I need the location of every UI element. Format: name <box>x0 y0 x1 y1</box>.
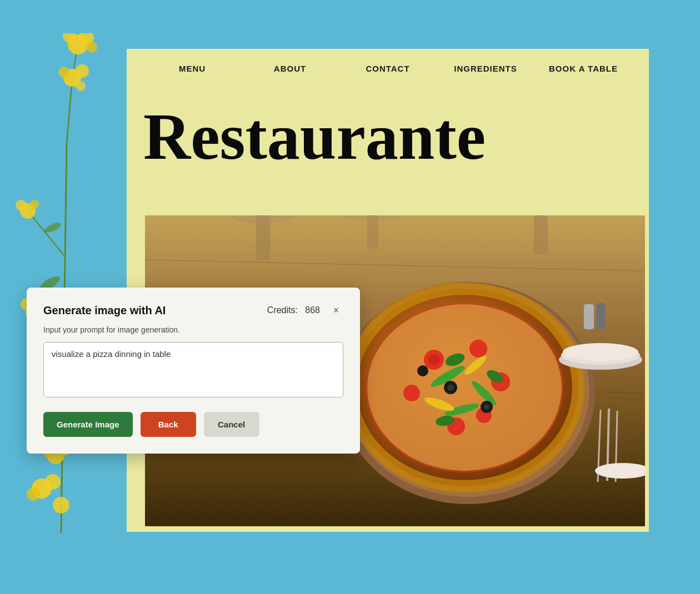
flowers-decoration <box>0 33 122 533</box>
svg-point-31 <box>53 497 69 514</box>
svg-point-21 <box>43 221 62 234</box>
cancel-button[interactable]: Cancel <box>204 412 259 437</box>
svg-point-8 <box>86 42 97 53</box>
svg-point-30 <box>27 487 40 501</box>
svg-point-29 <box>45 474 61 490</box>
prompt-textarea[interactable] <box>43 342 343 397</box>
modal-close-button[interactable]: × <box>329 303 343 318</box>
nav-ingredients[interactable]: INGREDIENTS <box>437 58 534 79</box>
nav-book-table[interactable]: BOOK A TABLE <box>534 58 632 79</box>
svg-point-49 <box>428 354 439 365</box>
modal-subtitle: Input your prompt for image generation. <box>43 325 343 334</box>
svg-line-1 <box>67 78 72 144</box>
svg-point-18 <box>30 200 39 209</box>
modal-header: Generate image with AI Credits: 868 × <box>43 303 343 318</box>
svg-point-11 <box>58 67 69 78</box>
nav-about[interactable]: ABOUT <box>241 58 339 79</box>
credits-value: 868 <box>305 305 320 315</box>
svg-point-61 <box>447 384 454 391</box>
svg-point-47 <box>367 304 562 471</box>
credits-label: Credits: <box>267 305 298 315</box>
modal-credits: Credits: 868 <box>267 305 320 315</box>
svg-rect-79 <box>534 215 548 254</box>
svg-rect-74 <box>584 304 594 329</box>
svg-point-10 <box>76 64 89 78</box>
generate-image-button[interactable]: Generate Image <box>43 412 133 437</box>
back-button[interactable]: Back <box>141 412 196 437</box>
modal-buttons: Generate Image Back Cancel <box>43 412 343 437</box>
svg-point-17 <box>16 200 27 211</box>
svg-point-12 <box>76 81 86 91</box>
navbar: MENU ABOUT CONTACT INGREDIENTS BOOK A TA… <box>127 49 649 88</box>
nav-menu[interactable]: MENU <box>143 58 241 79</box>
nav-contact[interactable]: CONTACT <box>339 58 437 79</box>
svg-line-4 <box>28 211 64 255</box>
svg-point-50 <box>469 340 487 358</box>
svg-rect-75 <box>596 303 605 330</box>
hero-title: Restaurante <box>127 88 649 181</box>
svg-point-64 <box>417 365 428 376</box>
svg-point-63 <box>484 404 489 410</box>
svg-point-51 <box>403 385 420 401</box>
ai-image-modal: Generate image with AI Credits: 868 × In… <box>27 288 360 454</box>
svg-point-70 <box>563 343 638 361</box>
right-blue-strip <box>647 0 700 594</box>
modal-title: Generate image with AI <box>43 304 166 317</box>
